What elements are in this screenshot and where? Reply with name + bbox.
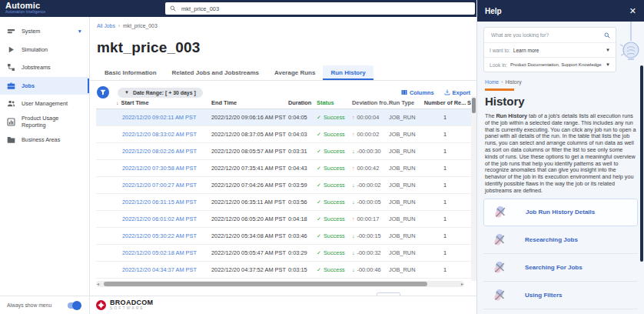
sidebar-item-label: Product Usage Reporting — [22, 115, 82, 129]
table-row[interactable]: 2022/12/20 05:02:18 AM PST2022/12/20 05:… — [96, 245, 471, 262]
sidebar-item-label: Simulation — [22, 46, 48, 53]
run-start-time-link[interactable]: 2022/12/20 06:31:15 AM PST — [122, 199, 197, 205]
arrow-down-icon: ↓ — [352, 233, 355, 239]
run-start-time-link[interactable]: 2022/12/20 08:33:02 AM PST — [122, 131, 197, 138]
help-search-input[interactable] — [490, 32, 601, 38]
run-deviation: ↓-00:00:30 — [352, 148, 389, 155]
sidebar-item-jobs[interactable]: Jobs — [0, 77, 89, 95]
run-end-time: 2022/12/20 08:05:57 AM PST — [211, 148, 288, 155]
run-start-time-link[interactable]: 2022/12/20 07:00:27 AM PST — [122, 182, 197, 189]
scroll-left-icon[interactable]: ◂ — [97, 281, 99, 287]
table-row[interactable]: 2022/12/20 08:33:02 AM PST2022/12/20 08:… — [96, 126, 471, 143]
tab-related-jobs-and-jobstreams[interactable]: Related Jobs and Jobstreams — [164, 65, 267, 80]
arrow-down-icon: ↓ — [352, 267, 355, 272]
run-start-time-link[interactable]: 2022/12/20 06:01:02 AM PST — [122, 215, 197, 222]
help-lookin-row[interactable]: Look in: Product Documentation, Support … — [484, 57, 616, 72]
scroll-right-icon[interactable]: ▸ — [461, 281, 463, 287]
arrow-up-icon: ↑ — [352, 115, 355, 120]
table-row[interactable]: 2022/12/20 06:31:15 AM PST2022/12/20 06:… — [96, 194, 471, 211]
run-start-time-link[interactable]: 2022/12/20 08:02:26 AM PST — [122, 148, 197, 155]
horizontal-scrollbar[interactable]: ◂ ▸ — [96, 281, 464, 287]
sidebar-item-system[interactable]: System▼ — [0, 22, 89, 41]
check-icon: ✓ — [317, 216, 321, 222]
help-want-row[interactable]: I want to: Learn more ▼ — [484, 42, 616, 57]
run-type: JOB_RUN — [389, 199, 423, 205]
vertical-scrollbar-thumb[interactable] — [472, 98, 476, 113]
table-row[interactable]: 2022/12/20 07:00:27 AM PST2022/12/20 07:… — [96, 177, 471, 194]
run-start-time-link[interactable]: 2022/12/20 07:30:58 AM PST — [122, 165, 197, 172]
folder-icon — [7, 135, 15, 144]
help-link-using-filters[interactable]: Using Filters — [483, 282, 638, 309]
broadcom-text: BROADCOM SOFTWARE — [110, 299, 153, 311]
sidebar-item-simulation[interactable]: Simulation — [0, 41, 89, 59]
close-icon[interactable]: ✕ — [629, 7, 636, 15]
run-deviation: ↓-00:00:32 — [352, 249, 389, 256]
date-range-label: Date Range: [ + 30 days ] — [133, 90, 196, 95]
breadcrumb-all-jobs[interactable]: All Jobs — [97, 23, 115, 28]
chevron-down-icon: ▼ — [78, 28, 82, 34]
global-search-input[interactable] — [180, 5, 470, 13]
help-breadcrumb-home[interactable]: Home — [485, 79, 499, 85]
arrow-down-icon: ↓ — [352, 199, 355, 205]
help-search-row[interactable] — [484, 28, 616, 42]
run-duration: 0:03:31 — [288, 148, 317, 155]
run-duration: 0:04:43 — [288, 165, 317, 172]
run-duration: 0:04:03 — [288, 131, 317, 138]
run-restarts: 1 — [423, 249, 467, 256]
run-end-time: 2022/12/20 06:35:11 AM PST — [211, 199, 288, 205]
run-start-time-link[interactable]: 2022/12/20 09:02:11 AM PST — [122, 114, 196, 121]
column-header-deviation-fro[interactable]: Deviation fro... — [352, 99, 389, 106]
column-header-duration[interactable]: Duration — [288, 99, 317, 106]
table-row[interactable]: 2022/12/20 05:30:22 AM PST2022/12/20 05:… — [96, 228, 471, 245]
run-duration: 0:03:56 — [288, 199, 317, 205]
help-panel: Help ✕ I want to: Learn more ▼ — [476, 0, 644, 314]
arrow-down-icon: ↓ — [352, 182, 355, 188]
run-type: JOB_RUN — [389, 114, 423, 121]
table-row[interactable]: 2022/12/20 04:34:37 AM PST2022/12/20 04:… — [96, 262, 471, 279]
column-header-number-of-re[interactable]: Number of Re... — [423, 99, 467, 106]
sidebar-item-business-areas[interactable]: Business Areas — [0, 131, 89, 149]
table-row[interactable]: 2022/12/20 07:30:58 AM PST2022/12/20 07:… — [96, 160, 471, 177]
help-link-working-with-tables[interactable]: Working With Tables — [483, 309, 638, 314]
run-duration: 0:04:05 — [288, 114, 317, 121]
column-header-run-type[interactable]: Run Type — [389, 99, 423, 106]
run-deviation: ↓-00:00:15 — [352, 232, 389, 239]
horizontal-scrollbar-thumb[interactable] — [104, 282, 427, 286]
help-scrollbar-thumb[interactable] — [640, 65, 643, 262]
column-header-status[interactable]: Status — [317, 99, 352, 106]
column-header-end-time[interactable]: End Time — [211, 99, 288, 106]
run-status: ✓Success — [317, 182, 352, 189]
global-search[interactable] — [165, 2, 475, 15]
help-link-label: Searching For Jobs — [525, 264, 583, 271]
sidebar-item-label: Jobs — [22, 82, 35, 89]
vertical-scrollbar[interactable] — [471, 96, 476, 281]
help-link-searching-for-jobs[interactable]: Searching For Jobs — [483, 254, 638, 282]
table-header-row: ↓Start TimeEnd TimeDurationStatusDeviati… — [96, 96, 471, 109]
arrow-up-icon: ↑ — [352, 165, 355, 171]
always-show-menu-toggle[interactable] — [68, 302, 81, 309]
help-breadcrumb: Home›History — [485, 79, 636, 85]
breadcrumb-separator-icon: › — [118, 23, 120, 28]
sidebar-item-product-usage-reporting[interactable]: Product Usage Reporting — [0, 113, 89, 132]
run-end-time: 2022/12/20 07:35:41 AM PST — [211, 165, 288, 172]
run-start-time-link[interactable]: 2022/12/20 05:02:18 AM PST — [122, 249, 197, 256]
run-deviation: ↓-00:00:02 — [352, 182, 389, 189]
tab-run-history[interactable]: Run History — [323, 65, 373, 80]
columns-button[interactable]: Columns — [401, 89, 434, 96]
tab-basic-information[interactable]: Basic Information — [97, 65, 164, 80]
export-button[interactable]: Export — [444, 89, 470, 96]
table-row[interactable]: 2022/12/20 08:02:26 AM PST2022/12/20 08:… — [96, 143, 471, 160]
table-row[interactable]: 2022/12/20 06:01:02 AM PST2022/12/20 06:… — [96, 211, 471, 228]
help-link-researching-jobs[interactable]: Researching Jobs — [483, 226, 638, 254]
run-restarts: 1 — [423, 131, 467, 138]
check-icon: ✓ — [317, 149, 321, 154]
run-type: JOB_RUN — [389, 165, 423, 172]
run-start-time-link[interactable]: 2022/12/20 05:30:22 AM PST — [122, 232, 197, 239]
table-row[interactable]: 2022/12/20 09:02:11 AM PST2022/12/20 09:… — [96, 109, 471, 126]
sidebar-item-user-management[interactable]: User Management — [0, 95, 89, 113]
help-link-job-run-history-details[interactable]: Job Run History Details — [483, 199, 638, 226]
tab-average-runs[interactable]: Average Runs — [267, 65, 324, 80]
sidebar-item-jobstreams[interactable]: Jobstreams — [0, 58, 89, 77]
column-header-start-time[interactable]: ↓Start Time — [96, 99, 211, 106]
run-start-time-link[interactable]: 2022/12/20 04:34:37 AM PST — [122, 266, 197, 273]
